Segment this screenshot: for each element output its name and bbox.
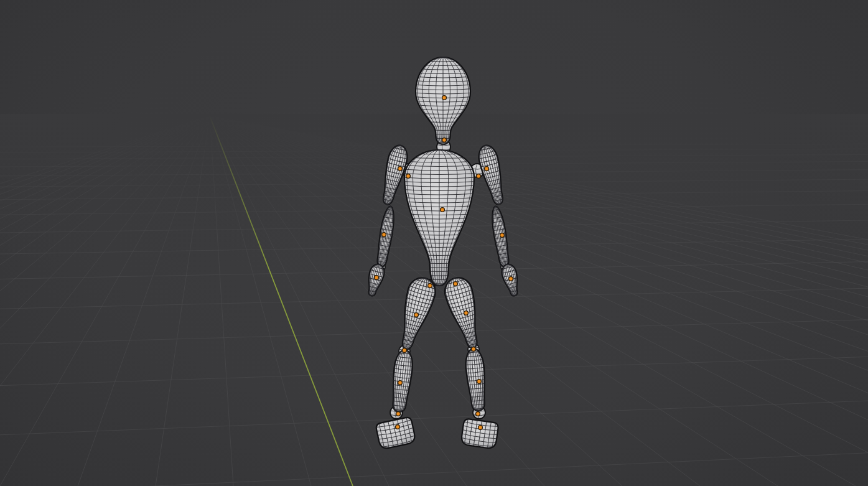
origin-point-chest[interactable]	[441, 208, 445, 212]
origin-point-head[interactable]	[442, 96, 447, 100]
body-part-left-shin[interactable]	[387, 348, 416, 413]
origin-point-right-shoulder[interactable]	[485, 167, 489, 171]
origin-point-right-hand[interactable]	[509, 277, 513, 281]
origin-point-right-foot[interactable]	[478, 426, 483, 430]
origin-point-left-hand[interactable]	[375, 276, 379, 280]
grid-line-row	[0, 452, 868, 486]
origin-point-right-hip[interactable]	[454, 282, 458, 286]
origin-point-left-thigh[interactable]	[414, 313, 419, 317]
origin-point-right-forearm[interactable]	[500, 233, 505, 238]
scene-canvas[interactable]	[0, 0, 868, 486]
origin-point-right-shin[interactable]	[477, 380, 482, 384]
origin-point-left-foot[interactable]	[396, 425, 400, 429]
origin-point-left-forearm[interactable]	[382, 233, 386, 237]
origin-point-right-armpit[interactable]	[477, 174, 481, 179]
origin-point-left-shoulder[interactable]	[398, 167, 403, 171]
3d-viewport[interactable]	[0, 0, 868, 486]
grid-line-row	[0, 357, 868, 386]
origin-point-neck[interactable]	[442, 138, 447, 143]
body-part-left-foot[interactable]	[373, 416, 418, 451]
body-part-right-shin[interactable]	[462, 348, 490, 412]
origin-point-left-knee[interactable]	[403, 348, 407, 353]
origin-point-left-ankle[interactable]	[396, 412, 401, 416]
origin-point-right-ankle[interactable]	[476, 412, 480, 416]
origin-point-left-shin[interactable]	[398, 381, 403, 385]
grid-line-row	[0, 401, 868, 436]
origin-point-left-hip[interactable]	[428, 284, 432, 288]
body-part-right-foot[interactable]	[458, 418, 501, 449]
origin-point-right-knee[interactable]	[472, 347, 476, 352]
grid-line-row	[0, 319, 868, 344]
origin-point-right-thigh[interactable]	[464, 311, 469, 315]
origin-point-left-armpit[interactable]	[406, 174, 411, 179]
